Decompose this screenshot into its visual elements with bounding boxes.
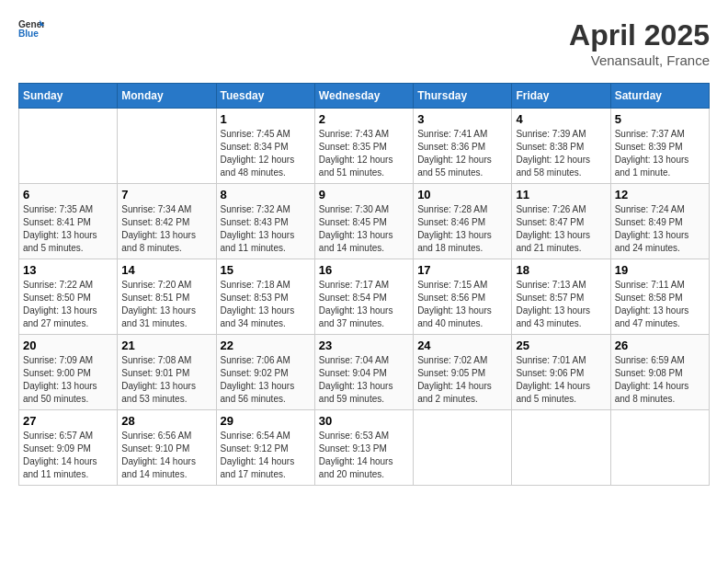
calendar-cell: 18Sunrise: 7:13 AMSunset: 8:57 PMDayligh… [512,259,610,335]
calendar-cell: 16Sunrise: 7:17 AMSunset: 8:54 PMDayligh… [314,259,413,335]
day-number: 20 [23,339,113,352]
calendar-body: 1Sunrise: 7:45 AMSunset: 8:34 PMDaylight… [19,109,710,486]
calendar-cell: 22Sunrise: 7:06 AMSunset: 9:02 PMDayligh… [216,335,314,410]
title-section: April 2025 Venansault, France [569,18,710,68]
calendar-cell: 7Sunrise: 7:34 AMSunset: 8:42 PMDaylight… [118,184,216,259]
weekday-row: SundayMondayTuesdayWednesdayThursdayFrid… [19,84,710,109]
calendar-header: SundayMondayTuesdayWednesdayThursdayFrid… [19,84,710,109]
calendar-cell [512,410,610,486]
day-info: Sunrise: 7:09 AMSunset: 9:00 PMDaylight:… [23,354,113,406]
day-info: Sunrise: 7:22 AMSunset: 8:50 PMDaylight:… [23,279,113,330]
day-info: Sunrise: 6:56 AMSunset: 9:10 PMDaylight:… [121,430,211,481]
day-number: 6 [23,188,113,201]
calendar-cell: 29Sunrise: 6:54 AMSunset: 9:12 PMDayligh… [216,410,314,486]
day-info: Sunrise: 7:41 AMSunset: 8:36 PMDaylight:… [417,128,507,179]
weekday-header: Tuesday [216,84,314,109]
day-number: 27 [23,414,113,428]
day-number: 21 [121,339,211,352]
calendar-cell [118,109,216,184]
day-info: Sunrise: 7:15 AMSunset: 8:56 PMDaylight:… [417,279,507,330]
location-title: Venansault, France [569,52,710,68]
calendar-cell: 28Sunrise: 6:56 AMSunset: 9:10 PMDayligh… [118,410,216,486]
day-info: Sunrise: 7:20 AMSunset: 8:51 PMDaylight:… [121,279,211,330]
day-number: 3 [417,112,507,126]
day-info: Sunrise: 7:02 AMSunset: 9:05 PMDaylight:… [417,354,507,406]
day-number: 13 [23,263,113,277]
calendar-cell: 26Sunrise: 6:59 AMSunset: 9:08 PMDayligh… [610,335,709,410]
day-info: Sunrise: 7:13 AMSunset: 8:57 PMDaylight:… [516,279,606,330]
day-number: 18 [516,263,606,277]
day-info: Sunrise: 7:28 AMSunset: 8:46 PMDaylight:… [417,203,507,255]
calendar-cell: 6Sunrise: 7:35 AMSunset: 8:41 PMDaylight… [19,184,118,259]
day-number: 4 [516,112,606,126]
calendar-cell [414,410,512,486]
day-number: 25 [516,339,606,352]
calendar-cell [610,410,709,486]
day-number: 30 [319,414,409,428]
weekday-header: Wednesday [314,84,413,109]
day-number: 12 [615,188,705,201]
logo: General Blue [18,18,44,39]
calendar-cell: 14Sunrise: 7:20 AMSunset: 8:51 PMDayligh… [118,259,216,335]
day-info: Sunrise: 6:57 AMSunset: 9:09 PMDaylight:… [23,430,113,481]
day-number: 29 [221,414,311,428]
weekday-header: Thursday [414,84,512,109]
day-info: Sunrise: 7:39 AMSunset: 8:38 PMDaylight:… [516,128,606,179]
calendar-cell: 19Sunrise: 7:11 AMSunset: 8:58 PMDayligh… [610,259,709,335]
calendar-week-row: 27Sunrise: 6:57 AMSunset: 9:09 PMDayligh… [19,410,710,486]
day-info: Sunrise: 7:08 AMSunset: 9:01 PMDaylight:… [121,354,211,406]
calendar-cell: 1Sunrise: 7:45 AMSunset: 8:34 PMDaylight… [216,109,314,184]
day-number: 7 [121,188,211,201]
day-info: Sunrise: 7:35 AMSunset: 8:41 PMDaylight:… [23,203,113,255]
day-number: 5 [615,112,705,126]
day-number: 8 [221,188,311,201]
calendar-cell: 2Sunrise: 7:43 AMSunset: 8:35 PMDaylight… [314,109,413,184]
day-info: Sunrise: 7:43 AMSunset: 8:35 PMDaylight:… [319,128,409,179]
day-number: 10 [417,188,507,201]
calendar-cell: 23Sunrise: 7:04 AMSunset: 9:04 PMDayligh… [314,335,413,410]
day-info: Sunrise: 7:32 AMSunset: 8:43 PMDaylight:… [221,203,311,255]
calendar-cell: 17Sunrise: 7:15 AMSunset: 8:56 PMDayligh… [414,259,512,335]
day-number: 11 [516,188,606,201]
day-info: Sunrise: 7:34 AMSunset: 8:42 PMDaylight:… [121,203,211,255]
day-number: 28 [121,414,211,428]
calendar-cell: 12Sunrise: 7:24 AMSunset: 8:49 PMDayligh… [610,184,709,259]
calendar-cell: 24Sunrise: 7:02 AMSunset: 9:05 PMDayligh… [414,335,512,410]
day-info: Sunrise: 7:24 AMSunset: 8:49 PMDaylight:… [615,203,705,255]
page-header: General Blue April 2025 Venansault, Fran… [18,18,710,68]
day-info: Sunrise: 6:59 AMSunset: 9:08 PMDaylight:… [615,354,705,406]
day-number: 15 [221,263,311,277]
weekday-header: Saturday [610,84,709,109]
calendar-week-row: 20Sunrise: 7:09 AMSunset: 9:00 PMDayligh… [19,335,710,410]
calendar-cell [19,109,118,184]
calendar-table: SundayMondayTuesdayWednesdayThursdayFrid… [18,83,710,486]
calendar-cell: 25Sunrise: 7:01 AMSunset: 9:06 PMDayligh… [512,335,610,410]
day-info: Sunrise: 7:01 AMSunset: 9:06 PMDaylight:… [516,354,606,406]
day-number: 23 [319,339,409,352]
day-number: 24 [417,339,507,352]
weekday-header: Sunday [19,84,118,109]
weekday-header: Monday [118,84,216,109]
calendar-cell: 27Sunrise: 6:57 AMSunset: 9:09 PMDayligh… [19,410,118,486]
calendar-cell: 11Sunrise: 7:26 AMSunset: 8:47 PMDayligh… [512,184,610,259]
month-title: April 2025 [569,18,710,52]
day-info: Sunrise: 7:18 AMSunset: 8:53 PMDaylight:… [221,279,311,330]
day-info: Sunrise: 7:04 AMSunset: 9:04 PMDaylight:… [319,354,409,406]
calendar-cell: 15Sunrise: 7:18 AMSunset: 8:53 PMDayligh… [216,259,314,335]
calendar-cell: 10Sunrise: 7:28 AMSunset: 8:46 PMDayligh… [414,184,512,259]
svg-text:Blue: Blue [18,29,39,39]
calendar-cell: 20Sunrise: 7:09 AMSunset: 9:00 PMDayligh… [19,335,118,410]
day-info: Sunrise: 7:26 AMSunset: 8:47 PMDaylight:… [516,203,606,255]
calendar-cell: 9Sunrise: 7:30 AMSunset: 8:45 PMDaylight… [314,184,413,259]
calendar-week-row: 6Sunrise: 7:35 AMSunset: 8:41 PMDaylight… [19,184,710,259]
day-number: 19 [615,263,705,277]
weekday-header: Friday [512,84,610,109]
calendar-cell: 3Sunrise: 7:41 AMSunset: 8:36 PMDaylight… [414,109,512,184]
calendar-week-row: 1Sunrise: 7:45 AMSunset: 8:34 PMDaylight… [19,109,710,184]
calendar-week-row: 13Sunrise: 7:22 AMSunset: 8:50 PMDayligh… [19,259,710,335]
day-number: 14 [121,263,211,277]
calendar-cell: 4Sunrise: 7:39 AMSunset: 8:38 PMDaylight… [512,109,610,184]
day-info: Sunrise: 7:37 AMSunset: 8:39 PMDaylight:… [615,128,705,179]
day-number: 22 [221,339,311,352]
day-info: Sunrise: 7:45 AMSunset: 8:34 PMDaylight:… [221,128,311,179]
